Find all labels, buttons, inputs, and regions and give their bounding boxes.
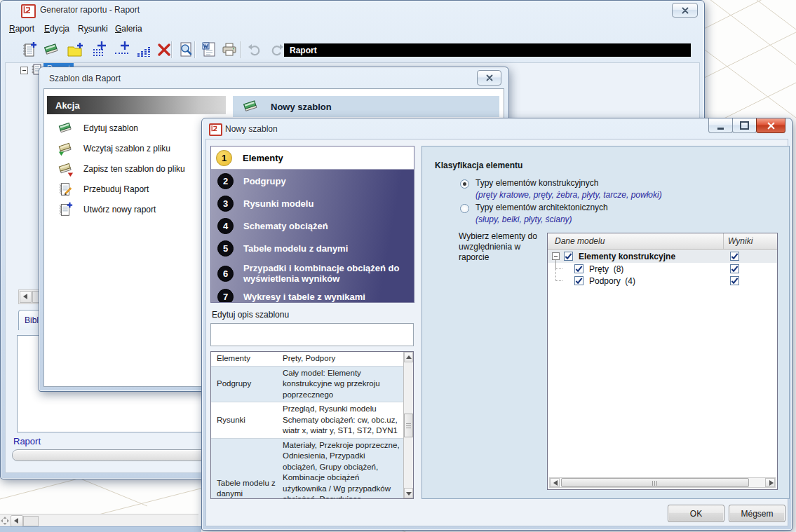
radio-constructional[interactable] bbox=[460, 179, 469, 189]
step-number-badge: 2 bbox=[217, 173, 234, 189]
maximize-button[interactable] bbox=[732, 118, 757, 133]
close-button[interactable] bbox=[672, 3, 698, 18]
tree-row-podpory[interactable]: Podpory (4) bbox=[548, 275, 777, 287]
results-checkbox[interactable] bbox=[730, 252, 739, 261]
radio-architectural-label[interactable]: Typy elementów architektonicznych bbox=[475, 203, 608, 212]
close-icon bbox=[673, 4, 697, 17]
classification-header: Klasyfikacja elementu bbox=[435, 161, 522, 170]
actions-header: Akcja bbox=[47, 96, 226, 114]
window-title: Generator raportu - Raport bbox=[40, 5, 140, 15]
action-new-report[interactable]: Utwórz nowy raport bbox=[50, 200, 225, 219]
model-checkbox[interactable] bbox=[564, 252, 573, 261]
step-7-wykresy-tabele[interactable]: 7 Wykresy i tabele z wynikami bbox=[211, 287, 414, 303]
minimize-icon bbox=[709, 118, 732, 132]
toolbar-separator bbox=[194, 41, 196, 58]
model-checkbox[interactable] bbox=[574, 264, 583, 273]
model-tree: Dane modelu Wyniki Elementy konstrukcyjn… bbox=[547, 233, 778, 490]
scroll-thumb[interactable] bbox=[23, 516, 39, 526]
toolbar-separator bbox=[240, 41, 241, 58]
summary-row-rysunki[interactable]: Rysunki Przegląd, Rysunki modelu Schemat… bbox=[211, 402, 403, 439]
description-input[interactable] bbox=[210, 323, 414, 346]
new-report-icon[interactable] bbox=[19, 40, 39, 60]
results-checkbox[interactable] bbox=[730, 276, 739, 285]
tree-row-prety[interactable]: Pręty (8) bbox=[548, 263, 777, 275]
undo-icon[interactable] bbox=[245, 40, 265, 60]
step-6-przypadki-kombinacje[interactable]: 6 Przypadki i kombinacje obciążeń do wyś… bbox=[211, 259, 414, 287]
app-logo-icon bbox=[209, 123, 222, 136]
summary-row-podgrupy[interactable]: Podgrupy Cały model: Elementy konstrukcy… bbox=[211, 367, 403, 403]
action-label: Zapisz ten szablon do pliku bbox=[83, 164, 185, 174]
action-rebuild-report[interactable]: Przebuduj Raport bbox=[50, 179, 225, 198]
close-button[interactable] bbox=[756, 118, 785, 133]
step-number-badge: 4 bbox=[217, 218, 234, 234]
add-table-icon[interactable] bbox=[88, 40, 108, 60]
step-2-podgrupy[interactable]: 2 Podgrupy bbox=[211, 170, 414, 192]
scroll-down-button[interactable] bbox=[404, 488, 413, 498]
maximize-icon bbox=[733, 118, 756, 132]
dialog-title: Nowy szablon bbox=[225, 124, 278, 134]
scroll-up-button[interactable] bbox=[404, 352, 413, 362]
ok-button[interactable]: OK bbox=[668, 505, 724, 522]
book-icon bbox=[57, 120, 74, 137]
action-load-template[interactable]: Wczytaj szablon z pliku bbox=[50, 139, 225, 158]
action-edit-template[interactable]: Edytuj szablon bbox=[50, 118, 225, 137]
tree-horizontal-scrollbar[interactable] bbox=[549, 477, 776, 488]
column-dane-modelu: Dane modelu bbox=[555, 236, 605, 246]
step-5-tabele-modelu[interactable]: 5 Tabele modelu z danymi bbox=[211, 237, 414, 259]
add-chapter-icon[interactable] bbox=[65, 40, 85, 60]
step-number-badge: 1 bbox=[216, 150, 232, 166]
model-checkbox[interactable] bbox=[574, 276, 583, 285]
menu-rysunki[interactable]: Rysunki bbox=[78, 22, 108, 36]
scroll-thumb[interactable] bbox=[561, 478, 749, 487]
add-chart-icon[interactable] bbox=[134, 40, 154, 60]
tree-collapse-icon[interactable] bbox=[20, 67, 28, 74]
summary-row-elementy[interactable]: Elementy Pręty, Podpory bbox=[211, 352, 403, 367]
radio-architectural[interactable] bbox=[460, 204, 469, 213]
cancel-button[interactable]: Mégsem bbox=[729, 505, 785, 522]
scroll-right-button[interactable] bbox=[765, 478, 775, 487]
scroll-left-button[interactable] bbox=[11, 515, 23, 527]
background-horizontal-scrollbar[interactable] bbox=[0, 514, 198, 526]
step-3-rysunki-modelu[interactable]: 3 Rysunki modelu bbox=[211, 192, 414, 214]
menu-edycja[interactable]: Edycja bbox=[44, 22, 69, 36]
menu-galeria[interactable]: Galeria bbox=[115, 22, 142, 36]
book-icon bbox=[241, 97, 259, 116]
close-button[interactable] bbox=[477, 70, 501, 86]
add-line-icon[interactable] bbox=[112, 40, 131, 60]
template-book-icon[interactable] bbox=[41, 40, 61, 60]
book-load-icon bbox=[57, 140, 74, 157]
scroll-left-button[interactable] bbox=[550, 478, 560, 487]
step-4-schematy-obciazen[interactable]: 4 Schematy obciążeń bbox=[211, 214, 414, 237]
notebook-edit-icon bbox=[57, 181, 74, 198]
tree-collapse-icon[interactable] bbox=[552, 252, 560, 260]
print-preview-icon[interactable] bbox=[176, 40, 196, 60]
tree-header: Dane modelu Wyniki bbox=[548, 233, 777, 250]
radio-constructional-label[interactable]: Typy elementów konstrukcyjnych bbox=[475, 178, 598, 188]
action-label: Utwórz nowy raport bbox=[83, 205, 156, 214]
print-icon[interactable] bbox=[220, 40, 239, 60]
classification-panel: Klasyfikacja elementu Typy elementów kon… bbox=[421, 146, 790, 499]
action-save-template[interactable]: Zapisz ten szablon do pliku bbox=[50, 159, 225, 178]
app-logo-icon bbox=[21, 4, 36, 18]
summary-vertical-scrollbar[interactable] bbox=[403, 352, 413, 498]
pan-icon bbox=[1, 517, 9, 525]
report-selector-bar[interactable]: Raport bbox=[284, 43, 691, 57]
export-word-icon[interactable] bbox=[199, 40, 219, 60]
step-1-elementy[interactable]: 1 Elementy bbox=[211, 146, 414, 170]
minimize-button[interactable] bbox=[708, 118, 733, 133]
scroll-left-button[interactable] bbox=[20, 291, 32, 303]
background-window-edge bbox=[0, 526, 201, 532]
summary-table: Elementy Pręty, Podpory Podgrupy Cały mo… bbox=[210, 351, 414, 499]
scroll-thumb[interactable] bbox=[404, 414, 413, 437]
action-label: Wczytaj szablon z pliku bbox=[83, 144, 170, 154]
wizard-steps: 1 Elementy 2 Podgrupy 3 Rysunki modelu 4… bbox=[210, 146, 414, 303]
redo-icon[interactable] bbox=[267, 40, 286, 60]
action-label: Przebuduj Raport bbox=[83, 184, 149, 194]
step-number-badge: 5 bbox=[217, 240, 234, 257]
selected-template-header: Nowy szablon bbox=[233, 96, 499, 117]
summary-row-tabele[interactable]: Tabele modelu z danymi Materiały, Przekr… bbox=[211, 439, 403, 499]
step-number-badge: 3 bbox=[217, 196, 234, 212]
results-checkbox[interactable] bbox=[730, 264, 739, 273]
tree-row-elementy-konstrukcyjne[interactable]: Elementy konstrukcyjne bbox=[548, 250, 777, 263]
menu-raport[interactable]: Raport bbox=[9, 22, 34, 36]
